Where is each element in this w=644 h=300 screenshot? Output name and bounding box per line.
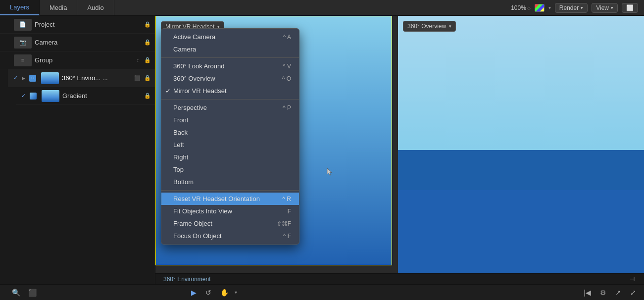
menu-item-360-overview[interactable]: 360° Overview ^ O <box>161 72 299 85</box>
timeline-settings-btn[interactable]: ⚙ <box>597 288 609 298</box>
right-viewport-btn[interactable]: 360° Overview ▾ <box>403 21 456 32</box>
render-button[interactable]: Render ▾ <box>555 3 588 13</box>
main-viewport: Mirror VR Headset ▾ Active Camera ^ A Ca… <box>155 16 392 265</box>
menu-divider-1 <box>161 57 299 58</box>
tab-media[interactable]: Media <box>40 0 77 15</box>
timeline-end-btn[interactable]: ⊣ <box>628 275 636 283</box>
layer-item-gradient[interactable]: ✓ Gradient 🔒 <box>16 87 155 105</box>
layer-item-360env[interactable]: ✓ ▶ ⊙ 360° Enviro... ... ⬛ 🔒 <box>8 69 155 87</box>
menu-item-active-camera[interactable]: Active Camera ^ A <box>161 31 299 43</box>
layer-thumb-project: 📄 <box>14 19 32 31</box>
layer-item-group[interactable]: ≡ Group ↕ 🔒 <box>0 51 155 69</box>
canvas-content: Mirror VR Headset ▾ Active Camera ^ A Ca… <box>155 16 644 284</box>
menu-item-front[interactable]: Front <box>161 114 299 126</box>
tab-layers[interactable]: Layers <box>0 0 40 15</box>
layer-thumb-360env <box>41 72 59 84</box>
layer-label-360env: 360° Enviro... ... <box>62 74 131 82</box>
window-button[interactable]: ⬜ <box>622 3 638 13</box>
pan-tool-btn[interactable]: ✋ <box>217 288 232 298</box>
tab-group: Layers Media Audio <box>0 0 114 15</box>
layout-btn[interactable]: ⬛ <box>25 288 40 298</box>
menu-item-360-look-around[interactable]: 360° Look Around ^ V <box>161 60 299 72</box>
viewport-dropdown[interactable]: Mirror VR Headset ▾ Active Camera ^ A Ca… <box>161 21 224 32</box>
menu-item-mirror-vr[interactable]: Mirror VR Headset <box>161 85 299 97</box>
fullscreen-btn[interactable]: ⤢ <box>627 288 639 298</box>
menu-item-top[interactable]: Top <box>161 163 299 176</box>
layer-visibility-gradient[interactable]: ✓ <box>20 93 27 100</box>
menu-item-right[interactable]: Right <box>161 151 299 163</box>
layer-visibility-project[interactable] <box>4 21 11 28</box>
bottom-bar: 🔍 ⬛ ▶ ↺ ✋ ▾ |◀ ⚙ ↗ ⤢ <box>0 284 644 300</box>
layer-label-project: Project <box>35 21 141 28</box>
export-btn[interactable]: ↗ <box>612 288 624 298</box>
right-viewport-dropdown[interactable]: 360° Overview ▾ <box>403 21 456 32</box>
top-bar-right: 100% ◇ ▾ Render ▾ View ▾ ⬜ <box>511 3 644 13</box>
layer-visibility-360env[interactable]: ✓ <box>12 75 19 82</box>
bottom-right-controls: |◀ ⚙ ↗ ⤢ <box>581 288 639 298</box>
color-swatch[interactable] <box>535 4 545 12</box>
layer-visibility-group[interactable] <box>4 57 11 64</box>
view-button[interactable]: View ▾ <box>592 3 618 13</box>
menu-item-focus-object[interactable]: Focus On Object ^ F <box>161 230 299 242</box>
right-preview-ground <box>398 190 644 284</box>
select-tool-btn[interactable]: ▶ <box>188 288 199 298</box>
right-preview-sky <box>398 16 644 150</box>
menu-item-reset-vr[interactable]: Reset VR Headset Orientation ^ R <box>161 193 299 205</box>
layer-label-group: Group <box>35 56 134 64</box>
canvas-area: Mirror VR Headset ▾ Active Camera ^ A Ca… <box>155 16 644 284</box>
env-icon: ⊙ <box>29 75 36 82</box>
menu-item-frame-object[interactable]: Frame Object ⇧⌘F <box>161 217 299 230</box>
menu-divider-3 <box>161 190 299 191</box>
layer-item-camera[interactable]: 📷 Camera 🔒 <box>0 34 155 51</box>
left-sidebar: 📄 Project 🔒 📷 Camera 🔒 ≡ Group ↕ 🔒 ✓ ▶ ⊙… <box>0 16 155 284</box>
gradient-icon <box>30 93 37 100</box>
rotate-tool-btn[interactable]: ↺ <box>202 288 214 298</box>
bottom-left-tools: 🔍 ⬛ <box>5 288 44 298</box>
menu-divider-2 <box>161 99 299 100</box>
layer-item-project[interactable]: 📄 Project 🔒 <box>0 16 155 34</box>
menu-item-perspective[interactable]: Perspective ^ P <box>161 101 299 114</box>
layer-label-gradient: Gradient <box>62 92 141 100</box>
layer-lock-project: 🔒 <box>144 21 151 28</box>
env-bar-label: 360° Environment <box>163 276 211 283</box>
layer-thumb-camera: 📷 <box>14 37 32 49</box>
layer-thumb-gradient <box>42 90 59 102</box>
right-preview-panel: 360° Overview ▾ <box>398 16 644 284</box>
layer-visibility-camera[interactable] <box>4 39 11 46</box>
layer-lock-group: 🔒 <box>144 57 151 63</box>
layer-lock-camera: 🔒 <box>144 39 151 46</box>
timeline-start-btn[interactable]: |◀ <box>581 288 594 298</box>
tab-audio[interactable]: Audio <box>77 0 114 15</box>
viewport-dropdown-wrapper: Mirror VR Headset ▾ Active Camera ^ A Ca… <box>161 21 224 32</box>
search-btn[interactable]: 🔍 <box>9 288 23 298</box>
bottom-canvas-tools: ▶ ↺ ✋ ▾ <box>188 288 237 298</box>
menu-item-camera[interactable]: Camera <box>161 43 299 55</box>
layer-thumb-group: ≡ <box>14 54 32 66</box>
layer-lock-gradient: 🔒 <box>144 93 151 99</box>
top-bar: Layers Media Audio 100% ◇ ▾ Render ▾ Vie… <box>0 0 644 16</box>
env-label-bar: 360° Environment ⊣ <box>155 273 644 284</box>
menu-item-fit-objects[interactable]: Fit Objects Into View F <box>161 205 299 217</box>
right-preview-horizon <box>398 150 644 190</box>
layer-lock-360env: 🔒 <box>144 75 151 81</box>
menu-item-left[interactable]: Left <box>161 139 299 151</box>
menu-item-bottom[interactable]: Bottom <box>161 176 299 188</box>
zoom-display: 100% ◇ <box>511 4 531 11</box>
menu-item-back[interactable]: Back <box>161 126 299 139</box>
viewport-menu: Active Camera ^ A Camera 360° Look Aroun… <box>161 28 299 245</box>
layer-label-camera: Camera <box>35 39 141 46</box>
